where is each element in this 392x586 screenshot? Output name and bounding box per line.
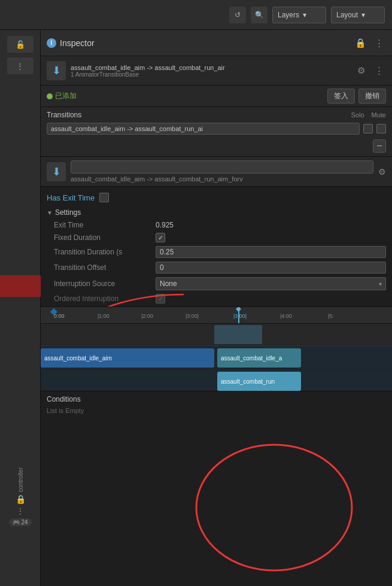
solo-label: Solo: [351, 111, 364, 119]
preview-section: ⬇ assault_combat_idle_aim -> assault_com…: [41, 157, 392, 187]
sidebar-menu-icon[interactable]: ⋮: [7, 57, 34, 74]
settings-collapse-icon: ▼: [47, 209, 53, 216]
transition-sub: 1 AnimatorTransitionBase: [71, 71, 350, 78]
conditions-empty-label: List is Empty: [47, 406, 386, 415]
transition-duration-label: Transition Duration (s: [54, 248, 156, 256]
ruler-mark-4: |4:00: [280, 313, 292, 319]
search-icon[interactable]: 🔍: [251, 7, 268, 23]
mute-checkbox[interactable]: [376, 124, 386, 133]
ordered-interruption-label: Ordered Interruption: [54, 294, 156, 303]
clip-idle-aim-2: assault_combat_idle_a: [217, 348, 301, 368]
timeline-section: 0:00 |1:00 |2:00 |3:00| |3:00| |4:00 |5:…: [41, 306, 392, 391]
controller-dots-icon[interactable]: ⋮: [16, 506, 25, 516]
ruler-mark-2: |2:00: [141, 313, 153, 319]
ruler-mark-3: |3:00|: [186, 313, 199, 319]
controller-badge: 🎮 24: [9, 518, 31, 526]
preview-arrow-icon: ⬇: [47, 162, 66, 181]
transition-name-box[interactable]: assault_combat_idle_aim -> assault_comba…: [47, 123, 360, 135]
transition-arrow-icon: ⬇: [47, 61, 66, 80]
ordered-interruption-checkbox[interactable]: ✓: [156, 294, 165, 303]
transition-info: ⬇ assault_combat_idle_aim -> assault_com…: [41, 56, 392, 86]
fixed-duration-label: Fixed Duration: [54, 233, 156, 242]
sidebar-lock-icon[interactable]: 🔓: [7, 36, 34, 53]
solo-checkbox[interactable]: [363, 124, 373, 133]
layers-chevron-icon: ▾: [303, 11, 306, 19]
transition-menu-icon[interactable]: ⋮: [372, 64, 386, 77]
transition-row: assault_combat_idle_aim -> assault_comba…: [47, 123, 386, 135]
playhead-diamond: [236, 307, 241, 312]
settings-section: ▼ Settings Exit Time 0.925 Fixed Duratio…: [41, 206, 392, 305]
red-oval-annotation: [190, 442, 358, 573]
history-icon[interactable]: ↺: [229, 7, 246, 23]
added-dot: [47, 93, 53, 99]
transition-duration-input[interactable]: [156, 246, 386, 258]
settings-header[interactable]: ▼ Settings: [47, 206, 386, 219]
status-bar: 已添加 签入 撤销: [41, 86, 392, 107]
transitions-header: Transitions Solo Mute: [47, 111, 386, 119]
menu-header-icon[interactable]: ⋮: [372, 37, 386, 50]
fixed-duration-checkbox[interactable]: ✓: [156, 233, 165, 242]
ordered-interruption-row: Ordered Interruption ✓: [47, 292, 386, 305]
layout-label: Layout: [336, 11, 358, 19]
timeline-track-2: assault_combat_idle_aim assault_combat_i…: [41, 345, 392, 369]
transition-settings-icon[interactable]: ⚙: [355, 64, 367, 77]
svg-point-0: [196, 445, 352, 570]
interruption-source-chevron-icon: ▾: [379, 281, 382, 287]
transitions-title: Transitions: [47, 111, 81, 119]
lock-header-icon[interactable]: 🔒: [353, 37, 369, 50]
preview-gear-icon[interactable]: ⚙: [378, 167, 386, 177]
mute-label: Mute: [372, 111, 386, 119]
interruption-source-value: None: [160, 280, 177, 288]
interruption-source-select[interactable]: None ▾: [156, 277, 386, 290]
inspector-header: i Inspector 🔒 ⋮: [41, 30, 392, 56]
fixed-duration-row: Fixed Duration ✓: [47, 231, 386, 244]
has-exit-time-row: Has Exit Time: [41, 187, 392, 206]
remove-transition-button[interactable]: −: [373, 139, 386, 153]
preview-full-text: assault_combat_idle_aim -> assault_comba…: [71, 175, 373, 183]
checkin-button[interactable]: 签入: [327, 89, 355, 104]
interruption-source-row: Interruption Source None ▾: [47, 275, 386, 292]
solo-mute-labels: Solo Mute: [351, 111, 387, 119]
ruler-mark-playhead: |3:00|: [233, 313, 247, 319]
timeline-track-1: [41, 324, 392, 345]
interruption-source-label: Interruption Source: [54, 280, 156, 288]
inspector-title: Inspector: [60, 38, 349, 48]
controller-label: controller: [17, 467, 24, 492]
transition-offset-label: Transition Offset: [54, 263, 156, 272]
transition-duration-row: Transition Duration (s: [47, 244, 386, 260]
top-bar: ↺ 🔍 Layers ▾ Layout ▾: [0, 0, 392, 30]
has-exit-time-checkbox[interactable]: [99, 193, 109, 202]
timeline-track-3: assault_combat_run: [41, 369, 392, 391]
undo-button[interactable]: 撤销: [358, 89, 386, 104]
conditions-section: Conditions List is Empty: [41, 391, 392, 419]
exit-time-row: Exit Time 0.925: [47, 219, 386, 231]
transition-offset-input[interactable]: [156, 262, 386, 274]
ruler-mark-0: 0:00: [54, 313, 65, 319]
transition-offset-row: Transition Offset: [47, 260, 386, 275]
inspector-panel: i Inspector 🔒 ⋮ ⬇ assault_combat_idle_ai…: [41, 30, 392, 586]
info-badge: i: [47, 38, 56, 48]
transition-text: assault_combat_idle_aim -> assault_comba…: [71, 64, 350, 71]
layers-dropdown[interactable]: Layers ▾: [272, 7, 326, 23]
timeline-ruler: 0:00 |1:00 |2:00 |3:00| |3:00| |4:00 |5:: [41, 307, 392, 324]
red-panel: [0, 275, 41, 297]
layout-dropdown[interactable]: Layout ▾: [331, 7, 385, 23]
controller-lock-icon[interactable]: 🔒: [16, 494, 26, 504]
clip-run: assault_combat_run: [217, 372, 301, 391]
exit-time-label: Exit Time: [54, 221, 156, 229]
transitions-section: Transitions Solo Mute assault_combat_idl…: [41, 107, 392, 157]
ruler-mark-1: |1:00: [98, 313, 110, 319]
preview-input[interactable]: [71, 160, 373, 174]
layers-label: Layers: [278, 11, 299, 19]
has-exit-time-label[interactable]: Has Exit Time: [47, 193, 95, 202]
layout-chevron-icon: ▾: [361, 11, 365, 19]
conditions-title: Conditions: [47, 395, 386, 403]
transition-blend-area: [214, 325, 262, 344]
added-label: 已添加: [47, 91, 77, 101]
clip-idle-aim: assault_combat_idle_aim: [41, 348, 214, 368]
ruler-mark-5: |5:: [328, 313, 334, 319]
controller-section: controller 🔒 ⋮ 🎮 24: [0, 467, 41, 526]
settings-label: Settings: [55, 208, 81, 217]
exit-time-value: 0.925: [156, 221, 386, 229]
